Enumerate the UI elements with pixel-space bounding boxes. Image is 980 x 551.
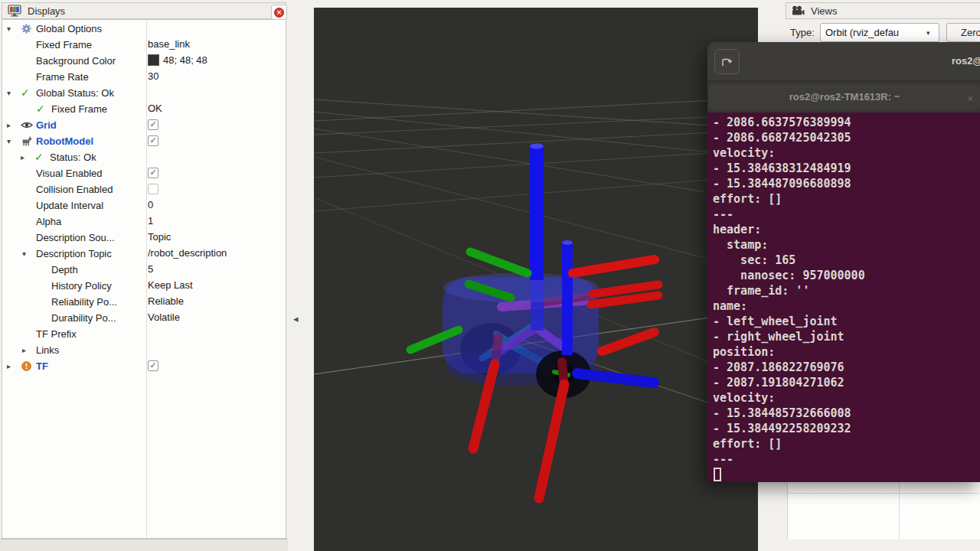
- ok-icon: ✓: [36, 103, 51, 115]
- displays-panel-footer: [0, 539, 288, 551]
- tree-row[interactable]: ▸✓Status: Ok: [2, 148, 286, 165]
- tree-row-value[interactable]: 0: [148, 197, 153, 213]
- 3d-scene: [314, 8, 758, 551]
- tree-row-value[interactable]: Volatile: [148, 309, 180, 325]
- tree-row[interactable]: ▸Grid✓: [2, 116, 286, 132]
- tree-row-value[interactable]: ✓: [148, 357, 158, 373]
- close-button[interactable]: ✕: [271, 5, 287, 20]
- terminal-tab[interactable]: ros2@ros2-TM1613R: ~ ✕: [709, 84, 980, 109]
- tree-row[interactable]: ▾Description Topic/robot_description: [2, 245, 286, 261]
- terminal-window[interactable]: ros2@ ros2@ros2-TM1613R: ~ ✕ - 2086.6637…: [707, 42, 980, 482]
- checkbox-checked[interactable]: ✓: [148, 119, 158, 130]
- terminal-tab-title: ros2@ros2-TM1613R: ~: [789, 91, 900, 103]
- value-text: 48; 48; 48: [163, 54, 207, 66]
- expander-icon[interactable]: ▸: [22, 346, 36, 354]
- 3d-viewport[interactable]: [314, 8, 758, 551]
- tree-row-label: Durability Po...: [51, 312, 116, 324]
- tab-close-icon[interactable]: ✕: [967, 94, 974, 104]
- expander-icon[interactable]: ▸: [7, 121, 21, 129]
- tree-row[interactable]: Reliability Po...Reliable: [2, 293, 286, 309]
- tree-row[interactable]: Visual Enabled✓: [2, 165, 286, 181]
- views-icon: [791, 5, 806, 16]
- panel-collapse-arrow-icon[interactable]: ◂: [293, 313, 299, 324]
- expander-icon[interactable]: ▸: [7, 362, 21, 370]
- tree-row-label: Reliability Po...: [51, 296, 117, 308]
- tree-row-label: Global Options: [36, 23, 102, 34]
- terminal-tabbar[interactable]: ros2@ros2-TM1613R: ~ ✕: [707, 80, 980, 112]
- tree-row-value[interactable]: 30: [148, 68, 158, 84]
- expander-icon[interactable]: ▸: [21, 153, 34, 161]
- tree-row-value[interactable]: ✓: [148, 132, 158, 148]
- tree-row-label: Alpha: [36, 216, 61, 227]
- tree-row-value[interactable]: 5: [148, 261, 153, 277]
- robot-icon: [21, 135, 36, 147]
- tree-row[interactable]: History PolicyKeep Last: [2, 277, 286, 293]
- tree-row[interactable]: ▸TF✓: [2, 357, 286, 373]
- tree-row-value[interactable]: OK: [148, 100, 162, 116]
- tree-row-label: Frame Rate: [36, 71, 89, 83]
- tree-row-label: Fixed Frame: [51, 103, 107, 115]
- tree-row[interactable]: ▸Links: [2, 341, 286, 357]
- ok-icon: ✓: [34, 151, 50, 163]
- tree-row[interactable]: Fixed Framebase_link: [2, 36, 286, 52]
- tree-row[interactable]: ▾RobotModel✓: [2, 132, 286, 148]
- tree-row[interactable]: ▾Global Options: [2, 20, 286, 36]
- tree-row-value[interactable]: 1: [148, 213, 153, 229]
- tree-row[interactable]: Depth5: [2, 261, 286, 277]
- rviz-window: Displays ✕ ▾Global OptionsFixed Framebas…: [0, 0, 980, 551]
- views-row-separator: [788, 493, 980, 494]
- checkbox-unchecked[interactable]: [148, 184, 158, 194]
- terminal-output[interactable]: - 2086.6637576389994 - 2086.668742504230…: [707, 112, 980, 482]
- tree-row-value[interactable]: [148, 181, 158, 197]
- gear-icon: [21, 23, 36, 34]
- value-text: /robot_description: [148, 247, 227, 259]
- tree-row[interactable]: Alpha1: [2, 213, 286, 229]
- tree-row[interactable]: Frame Rate30: [2, 68, 286, 84]
- tree-row[interactable]: Description Sou...Topic: [2, 229, 286, 245]
- tree-row-value[interactable]: Topic: [148, 229, 171, 245]
- tree-row-label: Links: [36, 344, 59, 356]
- view-type-dropdown[interactable]: Orbit (rviz_defau ▾: [820, 23, 939, 42]
- value-text: 30: [148, 70, 158, 82]
- tree-row[interactable]: Collision Enabled: [2, 181, 286, 197]
- tree-row-value[interactable]: base_link: [148, 36, 190, 52]
- tree-row[interactable]: Durability Po...Volatile: [2, 309, 286, 325]
- tree-row-value[interactable]: 48; 48; 48: [148, 52, 207, 68]
- tree-row-label: Description Topic: [36, 248, 112, 259]
- tree-row-value[interactable]: ✓: [148, 116, 158, 132]
- views-panel-header[interactable]: Views: [786, 2, 980, 19]
- tree-row[interactable]: ✓Fixed FrameOK: [2, 100, 286, 116]
- tree-row-value[interactable]: /robot_description: [148, 245, 227, 261]
- value-text: 0: [148, 199, 153, 210]
- tree-row-label: Grid: [36, 119, 57, 131]
- expander-icon[interactable]: ▾: [7, 24, 21, 33]
- tree-row-value[interactable]: ✓: [148, 165, 158, 181]
- tree-row[interactable]: Update Interval0: [2, 197, 286, 213]
- views-panel-title: Views: [811, 5, 837, 17]
- checkbox-checked[interactable]: ✓: [148, 168, 158, 178]
- expander-icon[interactable]: ▾: [7, 137, 21, 145]
- new-tab-button[interactable]: [714, 49, 740, 74]
- tree-row-label: Collision Enabled: [36, 184, 113, 195]
- tree-row-value[interactable]: Reliable: [148, 293, 184, 309]
- terminal-cursor: [714, 468, 721, 481]
- displays-panel-header[interactable]: Displays ✕: [2, 2, 286, 19]
- tree-row-value[interactable]: Keep Last: [148, 277, 193, 293]
- expander-icon[interactable]: ▾: [22, 249, 36, 258]
- tree-row[interactable]: Background Color48; 48; 48: [2, 52, 286, 68]
- terminal-titlebar[interactable]: ros2@: [707, 42, 980, 80]
- tree-row-label: History Policy: [51, 280, 112, 292]
- zero-button[interactable]: Zero: [946, 23, 980, 42]
- checkbox-checked[interactable]: ✓: [148, 135, 158, 146]
- tree-row-label: Status: Ok: [50, 152, 96, 163]
- robot-model: [410, 144, 658, 499]
- tree-row[interactable]: TF Prefix: [2, 325, 286, 341]
- tree-row-label: Background Color: [36, 55, 116, 67]
- expander-icon[interactable]: ▾: [7, 89, 21, 97]
- tree-row-label: TF: [36, 360, 48, 372]
- tree-row-label: TF Prefix: [36, 328, 77, 340]
- displays-tree[interactable]: ▾Global OptionsFixed Framebase_linkBackg…: [2, 19, 286, 539]
- tree-row[interactable]: ▾✓Global Status: Ok: [2, 84, 286, 100]
- checkbox-checked[interactable]: ✓: [148, 360, 158, 371]
- tree-row-label: Update Interval: [36, 200, 103, 211]
